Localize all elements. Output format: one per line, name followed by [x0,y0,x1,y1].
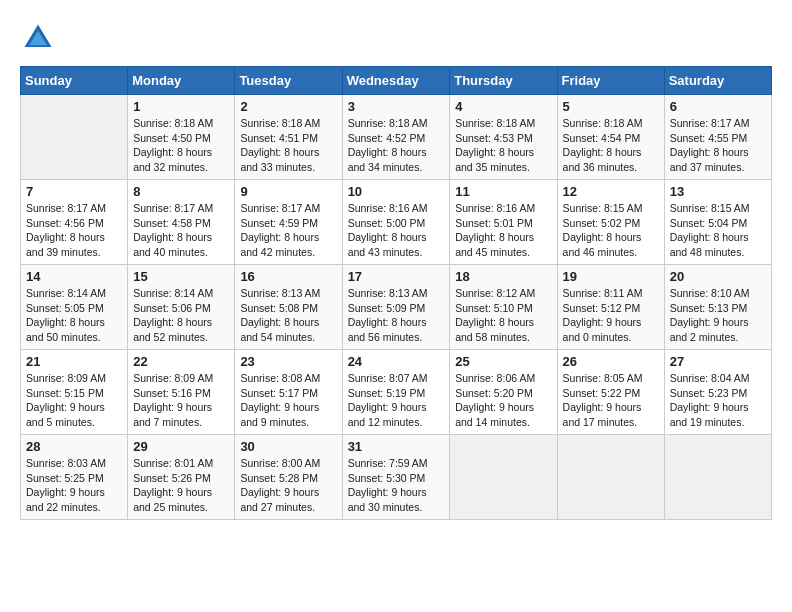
calendar-cell [450,435,557,520]
day-info: Sunrise: 8:17 AM Sunset: 4:58 PM Dayligh… [133,201,229,260]
calendar-cell: 5Sunrise: 8:18 AM Sunset: 4:54 PM Daylig… [557,95,664,180]
day-info: Sunrise: 8:04 AM Sunset: 5:23 PM Dayligh… [670,371,766,430]
calendar-cell: 1Sunrise: 8:18 AM Sunset: 4:50 PM Daylig… [128,95,235,180]
day-number: 3 [348,99,445,114]
day-number: 27 [670,354,766,369]
logo-icon [20,20,56,56]
day-info: Sunrise: 8:08 AM Sunset: 5:17 PM Dayligh… [240,371,336,430]
calendar-cell [557,435,664,520]
day-info: Sunrise: 8:17 AM Sunset: 4:56 PM Dayligh… [26,201,122,260]
day-number: 23 [240,354,336,369]
weekday-tuesday: Tuesday [235,67,342,95]
day-number: 28 [26,439,122,454]
day-number: 14 [26,269,122,284]
day-info: Sunrise: 8:09 AM Sunset: 5:16 PM Dayligh… [133,371,229,430]
calendar-cell: 29Sunrise: 8:01 AM Sunset: 5:26 PM Dayli… [128,435,235,520]
calendar-cell: 23Sunrise: 8:08 AM Sunset: 5:17 PM Dayli… [235,350,342,435]
calendar-cell: 19Sunrise: 8:11 AM Sunset: 5:12 PM Dayli… [557,265,664,350]
calendar-cell: 28Sunrise: 8:03 AM Sunset: 5:25 PM Dayli… [21,435,128,520]
day-info: Sunrise: 8:14 AM Sunset: 5:05 PM Dayligh… [26,286,122,345]
day-number: 8 [133,184,229,199]
day-info: Sunrise: 8:09 AM Sunset: 5:15 PM Dayligh… [26,371,122,430]
day-info: Sunrise: 8:07 AM Sunset: 5:19 PM Dayligh… [348,371,445,430]
weekday-friday: Friday [557,67,664,95]
day-number: 11 [455,184,551,199]
day-info: Sunrise: 8:18 AM Sunset: 4:53 PM Dayligh… [455,116,551,175]
day-info: Sunrise: 8:05 AM Sunset: 5:22 PM Dayligh… [563,371,659,430]
day-number: 5 [563,99,659,114]
day-info: Sunrise: 8:03 AM Sunset: 5:25 PM Dayligh… [26,456,122,515]
calendar-cell: 17Sunrise: 8:13 AM Sunset: 5:09 PM Dayli… [342,265,450,350]
calendar-cell: 13Sunrise: 8:15 AM Sunset: 5:04 PM Dayli… [664,180,771,265]
day-number: 7 [26,184,122,199]
calendar-cell: 12Sunrise: 8:15 AM Sunset: 5:02 PM Dayli… [557,180,664,265]
calendar-table: SundayMondayTuesdayWednesdayThursdayFrid… [20,66,772,520]
page-header [20,20,772,56]
day-number: 10 [348,184,445,199]
week-row-2: 14Sunrise: 8:14 AM Sunset: 5:05 PM Dayli… [21,265,772,350]
day-info: Sunrise: 8:15 AM Sunset: 5:02 PM Dayligh… [563,201,659,260]
day-info: Sunrise: 8:16 AM Sunset: 5:00 PM Dayligh… [348,201,445,260]
day-number: 12 [563,184,659,199]
week-row-4: 28Sunrise: 8:03 AM Sunset: 5:25 PM Dayli… [21,435,772,520]
weekday-saturday: Saturday [664,67,771,95]
calendar-cell: 7Sunrise: 8:17 AM Sunset: 4:56 PM Daylig… [21,180,128,265]
weekday-thursday: Thursday [450,67,557,95]
day-info: Sunrise: 8:12 AM Sunset: 5:10 PM Dayligh… [455,286,551,345]
day-info: Sunrise: 8:01 AM Sunset: 5:26 PM Dayligh… [133,456,229,515]
day-number: 6 [670,99,766,114]
day-number: 19 [563,269,659,284]
week-row-1: 7Sunrise: 8:17 AM Sunset: 4:56 PM Daylig… [21,180,772,265]
day-number: 15 [133,269,229,284]
calendar-header: SundayMondayTuesdayWednesdayThursdayFrid… [21,67,772,95]
day-info: Sunrise: 8:17 AM Sunset: 4:55 PM Dayligh… [670,116,766,175]
calendar-cell: 27Sunrise: 8:04 AM Sunset: 5:23 PM Dayli… [664,350,771,435]
weekday-header-row: SundayMondayTuesdayWednesdayThursdayFrid… [21,67,772,95]
logo [20,20,60,56]
day-info: Sunrise: 8:18 AM Sunset: 4:51 PM Dayligh… [240,116,336,175]
calendar-cell [664,435,771,520]
calendar-cell: 20Sunrise: 8:10 AM Sunset: 5:13 PM Dayli… [664,265,771,350]
day-number: 18 [455,269,551,284]
weekday-sunday: Sunday [21,67,128,95]
calendar-body: 1Sunrise: 8:18 AM Sunset: 4:50 PM Daylig… [21,95,772,520]
day-number: 29 [133,439,229,454]
calendar-cell: 8Sunrise: 8:17 AM Sunset: 4:58 PM Daylig… [128,180,235,265]
day-info: Sunrise: 8:00 AM Sunset: 5:28 PM Dayligh… [240,456,336,515]
calendar-cell: 26Sunrise: 8:05 AM Sunset: 5:22 PM Dayli… [557,350,664,435]
calendar-cell: 30Sunrise: 8:00 AM Sunset: 5:28 PM Dayli… [235,435,342,520]
day-number: 26 [563,354,659,369]
day-number: 2 [240,99,336,114]
day-info: Sunrise: 8:10 AM Sunset: 5:13 PM Dayligh… [670,286,766,345]
calendar-cell: 11Sunrise: 8:16 AM Sunset: 5:01 PM Dayli… [450,180,557,265]
day-info: Sunrise: 8:17 AM Sunset: 4:59 PM Dayligh… [240,201,336,260]
day-number: 25 [455,354,551,369]
calendar-cell: 15Sunrise: 8:14 AM Sunset: 5:06 PM Dayli… [128,265,235,350]
calendar-cell: 31Sunrise: 7:59 AM Sunset: 5:30 PM Dayli… [342,435,450,520]
calendar-cell: 18Sunrise: 8:12 AM Sunset: 5:10 PM Dayli… [450,265,557,350]
day-info: Sunrise: 8:13 AM Sunset: 5:09 PM Dayligh… [348,286,445,345]
day-info: Sunrise: 8:18 AM Sunset: 4:50 PM Dayligh… [133,116,229,175]
day-info: Sunrise: 8:14 AM Sunset: 5:06 PM Dayligh… [133,286,229,345]
calendar-cell: 3Sunrise: 8:18 AM Sunset: 4:52 PM Daylig… [342,95,450,180]
calendar-cell: 4Sunrise: 8:18 AM Sunset: 4:53 PM Daylig… [450,95,557,180]
day-info: Sunrise: 8:16 AM Sunset: 5:01 PM Dayligh… [455,201,551,260]
day-number: 20 [670,269,766,284]
day-number: 1 [133,99,229,114]
calendar-cell: 16Sunrise: 8:13 AM Sunset: 5:08 PM Dayli… [235,265,342,350]
day-number: 17 [348,269,445,284]
week-row-3: 21Sunrise: 8:09 AM Sunset: 5:15 PM Dayli… [21,350,772,435]
weekday-wednesday: Wednesday [342,67,450,95]
day-number: 30 [240,439,336,454]
day-info: Sunrise: 8:06 AM Sunset: 5:20 PM Dayligh… [455,371,551,430]
calendar-cell [21,95,128,180]
day-info: Sunrise: 8:11 AM Sunset: 5:12 PM Dayligh… [563,286,659,345]
calendar-cell: 22Sunrise: 8:09 AM Sunset: 5:16 PM Dayli… [128,350,235,435]
day-info: Sunrise: 8:18 AM Sunset: 4:54 PM Dayligh… [563,116,659,175]
day-number: 21 [26,354,122,369]
calendar-cell: 24Sunrise: 8:07 AM Sunset: 5:19 PM Dayli… [342,350,450,435]
day-number: 13 [670,184,766,199]
day-number: 9 [240,184,336,199]
day-info: Sunrise: 8:13 AM Sunset: 5:08 PM Dayligh… [240,286,336,345]
week-row-0: 1Sunrise: 8:18 AM Sunset: 4:50 PM Daylig… [21,95,772,180]
